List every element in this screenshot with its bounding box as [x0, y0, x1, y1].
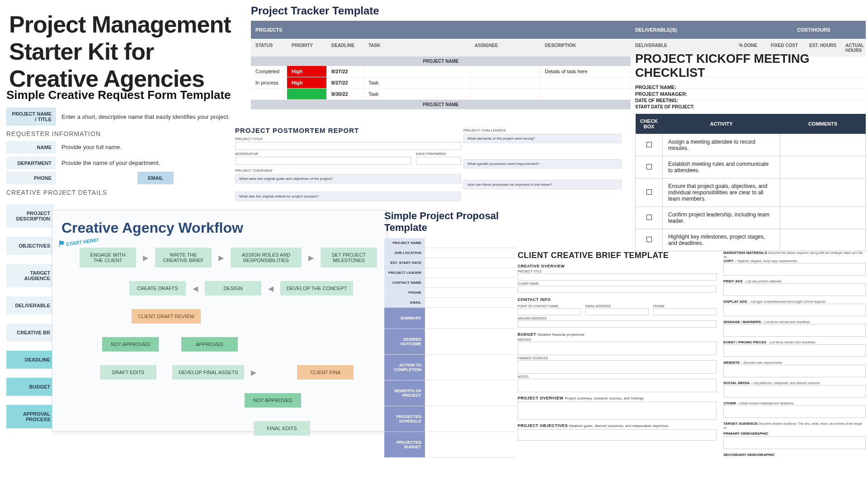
col-description: DESCRIPTION [540, 39, 631, 56]
ko-project-manager: PROJECT MANAGER: [635, 91, 866, 97]
brief-overview-sec: CREATIVE OVERVIEW [518, 264, 717, 268]
cell-task: Task [364, 77, 470, 88]
pm-date-label: DATE PREPARED [416, 152, 461, 156]
checkbox[interactable] [646, 189, 652, 195]
wf-concept: DEVELOP THE CONCEPT [280, 281, 353, 296]
cell-priority: High [287, 77, 327, 88]
brief-budget: BUDGET [518, 332, 536, 337]
wf-roles: ASSIGN ROLES AND RESPONSIBILITIES [231, 248, 302, 267]
br-copy-desc: – Taglines, slogans, body copy requireme… [735, 259, 797, 263]
pd-box[interactable] [723, 436, 866, 449]
hdr-cost: COST/HOURS [762, 21, 866, 39]
web-box[interactable] [723, 365, 866, 377]
project-name-label: PROJECT NAME / TITLE [6, 108, 56, 126]
cell-deadline: 8/30/22 [327, 89, 364, 99]
pm-project-title-label: PROJECT TITLE [235, 137, 461, 141]
cell-deadline: 8/27/22 [327, 77, 364, 88]
cell-priority: High [287, 66, 327, 77]
pp-schedule: PROJECTED SCHEDULE [384, 406, 425, 432]
povr-box[interactable] [518, 402, 717, 420]
copy-box[interactable] [723, 263, 866, 276]
brief-pobj: PROJECT OBJECTIVES [518, 423, 568, 428]
department-label: DEPARTMENT [6, 157, 56, 169]
postmortem-challenges: PROJECT CHALLENGES What elements of the … [463, 127, 622, 191]
brief-phone: PHONE [653, 305, 717, 308]
social-box[interactable] [723, 385, 866, 398]
brief-finsrc: FINANCE SOURCES [518, 357, 717, 360]
requester-info-section: REQUESTER INFORMATION [6, 130, 246, 137]
pp-contact: CONTACT NAME [384, 278, 425, 287]
brief-cn-box[interactable] [518, 286, 717, 293]
finsrc-box[interactable] [518, 360, 717, 374]
cell-assignee [470, 66, 540, 77]
arrow-right-icon: ▶ [143, 253, 148, 262]
amount-box[interactable] [518, 342, 717, 355]
brief-client-name: CLIENT NAME [518, 282, 717, 285]
pm-date-box[interactable] [416, 157, 461, 165]
pp-outcome: DESIRED OUTCOME [384, 329, 425, 354]
br-signage: SIGNAGE / BANNERS [723, 320, 761, 324]
checkbox[interactable] [646, 237, 652, 242]
pm-moderator-box[interactable] [235, 157, 411, 165]
col-priority: PRIORITY [287, 39, 327, 56]
br-print: PRINT ADS [723, 279, 743, 283]
name-hint: Provide your full name. [56, 140, 246, 154]
br-primary-demo: PRIMARY DEMOGRAPHIC [723, 432, 866, 436]
pm-overview-label: PROJECT OVERVIEW [235, 169, 461, 173]
br-signage-desc: – List items needed and deadlines [762, 320, 810, 324]
brief-pt-box[interactable] [518, 273, 717, 281]
side-creative-brief: CREATIVE BR [6, 324, 54, 342]
email-box[interactable] [585, 308, 649, 315]
checkbox[interactable] [646, 215, 652, 220]
pp-job-location: JOB LOCATION [384, 248, 425, 258]
project-name-row-2: PROJECT NAME [251, 100, 631, 109]
cell-priority [287, 89, 327, 99]
cell-deadline: 8/27/22 [327, 66, 364, 77]
checkbox[interactable] [646, 142, 652, 147]
print-box[interactable] [723, 283, 866, 296]
br-other-desc: – Detail needed materials and deadlines [737, 402, 793, 405]
pm-project-title-box[interactable] [235, 142, 461, 150]
br-marketing: MARKETING MATERIALS [723, 251, 767, 255]
side-budget: BUDGET [6, 378, 54, 396]
display-box[interactable] [723, 304, 866, 316]
signage-box[interactable] [723, 324, 866, 337]
pm-q5: How can these processes be improved in t… [463, 180, 622, 189]
kickoff-title: PROJECT KICKOFF MEETING CHECKLIST [635, 52, 866, 80]
brief-notes: NOTES [518, 375, 717, 378]
activity-5: Highlight key milestones, project stages… [663, 229, 780, 251]
department-hint: Provide the name of your department. [56, 156, 246, 170]
side-approval: APPROVAL PROCESS [6, 405, 54, 428]
flag-icon: ⚑ [57, 239, 65, 249]
pm-moderator-label: MODERATOR [235, 152, 411, 156]
pobj-box[interactable] [518, 429, 717, 441]
brief-mail: MAILING ADDRESS [518, 317, 717, 320]
checkbox[interactable] [646, 164, 652, 169]
other-box[interactable] [723, 405, 866, 418]
poc-box[interactable] [518, 308, 581, 315]
activity-2: Establish meeting rules and communicate … [663, 156, 780, 178]
mail-box[interactable] [518, 320, 717, 328]
brief-amount: AMOUNT [518, 338, 717, 341]
col-assignee: ASSIGNEE [470, 39, 540, 56]
br-display-desc: – List type of advertisement and length … [748, 300, 826, 303]
wf-final-edits: FINAL EDITS [254, 421, 310, 436]
ko-start-date: START DATE OF PROJECT: [635, 104, 866, 109]
project-name-hint: Enter a short, descriptive name that eas… [56, 110, 246, 124]
cell-desc: Details of task here [540, 66, 631, 77]
notes-box[interactable] [518, 379, 717, 392]
phone-box[interactable] [653, 308, 717, 315]
col-task: TASK [364, 39, 470, 56]
side-desc: PROJECT DESCRIPTION [6, 204, 54, 228]
activity-3: Ensure that project goals, objectives, a… [663, 178, 780, 207]
brief-project-title: PROJECT TITLE [518, 270, 717, 273]
wf-milestones: SET PROJECT MILESTONES [321, 248, 377, 267]
pp-summary: SUMMARY [384, 308, 425, 328]
brief-email: EMAIL ADDRESS [585, 305, 649, 308]
wf-client-final: CLIENT FINA [297, 365, 354, 380]
kickoff-table: CHECK BOX ACTIVITY COMMENTS Assign a mee… [635, 114, 866, 251]
request-sidebar: PROJECT DESCRIPTION OBJECTIVES TARGET AU… [6, 204, 54, 437]
brief-right-column: MARKETING MATERIALS Describe the pieces … [723, 251, 866, 458]
event-box[interactable] [723, 344, 866, 357]
project-name-row-1: PROJECT NAME [251, 56, 631, 66]
